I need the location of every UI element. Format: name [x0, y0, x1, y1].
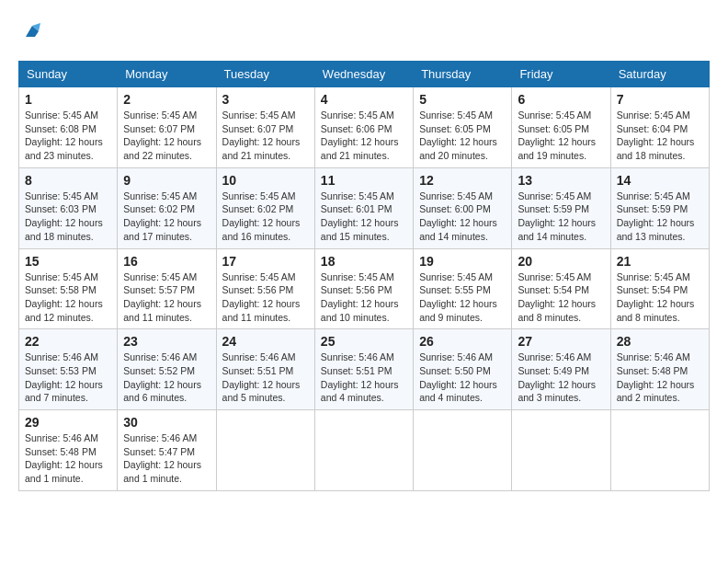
day-number: 19 [419, 254, 506, 269]
calendar-cell: 23 Sunrise: 5:46 AMSunset: 5:52 PMDaylig… [118, 329, 216, 410]
calendar-cell: 17 Sunrise: 5:45 AMSunset: 5:56 PMDaylig… [216, 248, 314, 329]
day-info: Sunrise: 5:45 AMSunset: 6:07 PMDaylight:… [123, 109, 210, 163]
logo [18, 18, 50, 46]
day-info: Sunrise: 5:45 AMSunset: 6:08 PMDaylight:… [25, 109, 111, 163]
calendar-cell: 24 Sunrise: 5:46 AMSunset: 5:51 PMDaylig… [216, 329, 314, 410]
day-number: 23 [123, 334, 210, 349]
day-number: 15 [25, 254, 111, 269]
calendar-cell [414, 410, 512, 491]
calendar-cell: 3 Sunrise: 5:45 AMSunset: 6:07 PMDayligh… [216, 87, 314, 168]
day-number: 13 [518, 173, 604, 188]
day-info: Sunrise: 5:46 AMSunset: 5:51 PMDaylight:… [222, 350, 309, 405]
day-info: Sunrise: 5:45 AMSunset: 6:02 PMDaylight:… [222, 190, 309, 244]
day-info: Sunrise: 5:46 AMSunset: 5:52 PMDaylight:… [123, 350, 210, 405]
day-number: 5 [419, 92, 506, 107]
day-info: Sunrise: 5:45 AMSunset: 5:56 PMDaylight:… [321, 270, 407, 325]
calendar-cell: 25 Sunrise: 5:46 AMSunset: 5:51 PMDaylig… [314, 329, 413, 410]
day-number: 8 [25, 173, 111, 188]
day-number: 17 [222, 254, 309, 269]
calendar-cell: 16 Sunrise: 5:45 AMSunset: 5:57 PMDaylig… [118, 248, 216, 329]
day-info: Sunrise: 5:46 AMSunset: 5:53 PMDaylight:… [25, 350, 111, 405]
day-info: Sunrise: 5:45 AMSunset: 6:01 PMDaylight:… [321, 190, 407, 244]
day-number: 9 [123, 173, 210, 188]
calendar-cell: 12 Sunrise: 5:45 AMSunset: 6:00 PMDaylig… [414, 167, 512, 248]
day-info: Sunrise: 5:45 AMSunset: 6:05 PMDaylight:… [419, 109, 506, 163]
day-info: Sunrise: 5:45 AMSunset: 5:54 PMDaylight:… [518, 270, 604, 325]
calendar-header-wednesday: Wednesday [314, 62, 413, 87]
calendar-week-2: 8 Sunrise: 5:45 AMSunset: 6:03 PMDayligh… [19, 167, 710, 248]
day-number: 16 [123, 254, 210, 269]
calendar-cell: 19 Sunrise: 5:45 AMSunset: 5:55 PMDaylig… [414, 248, 512, 329]
day-info: Sunrise: 5:46 AMSunset: 5:48 PMDaylight:… [617, 350, 703, 405]
calendar-table: SundayMondayTuesdayWednesdayThursdayFrid… [18, 61, 710, 491]
calendar-header-monday: Monday [118, 62, 216, 87]
day-info: Sunrise: 5:45 AMSunset: 6:04 PMDaylight:… [617, 109, 703, 163]
calendar-cell: 14 Sunrise: 5:45 AMSunset: 5:59 PMDaylig… [610, 167, 709, 248]
day-info: Sunrise: 5:45 AMSunset: 5:55 PMDaylight:… [419, 270, 506, 325]
day-info: Sunrise: 5:45 AMSunset: 6:00 PMDaylight:… [419, 190, 506, 244]
logo-icon [18, 18, 46, 46]
calendar-week-5: 29 Sunrise: 5:46 AMSunset: 5:48 PMDaylig… [19, 410, 710, 491]
calendar-cell: 7 Sunrise: 5:45 AMSunset: 6:04 PMDayligh… [610, 87, 709, 168]
page-header [18, 18, 710, 46]
calendar-header-tuesday: Tuesday [216, 62, 314, 87]
day-number: 10 [222, 173, 309, 188]
calendar-cell: 13 Sunrise: 5:45 AMSunset: 5:59 PMDaylig… [512, 167, 610, 248]
calendar-header-row: SundayMondayTuesdayWednesdayThursdayFrid… [19, 62, 710, 87]
calendar-cell: 28 Sunrise: 5:46 AMSunset: 5:48 PMDaylig… [610, 329, 709, 410]
day-number: 26 [419, 334, 506, 349]
calendar-cell: 15 Sunrise: 5:45 AMSunset: 5:58 PMDaylig… [19, 248, 118, 329]
day-number: 30 [123, 415, 210, 430]
day-info: Sunrise: 5:45 AMSunset: 6:03 PMDaylight:… [25, 190, 111, 244]
day-number: 21 [617, 254, 703, 269]
day-number: 28 [617, 334, 703, 349]
calendar-cell: 30 Sunrise: 5:46 AMSunset: 5:47 PMDaylig… [118, 410, 216, 491]
day-number: 24 [222, 334, 309, 349]
calendar-cell [610, 410, 709, 491]
day-info: Sunrise: 5:45 AMSunset: 5:59 PMDaylight:… [617, 190, 703, 244]
day-info: Sunrise: 5:46 AMSunset: 5:51 PMDaylight:… [321, 350, 407, 405]
calendar-cell [314, 410, 413, 491]
day-info: Sunrise: 5:45 AMSunset: 5:54 PMDaylight:… [617, 270, 703, 325]
day-info: Sunrise: 5:46 AMSunset: 5:49 PMDaylight:… [518, 350, 604, 405]
calendar-header-thursday: Thursday [414, 62, 512, 87]
day-number: 6 [518, 92, 604, 107]
calendar-header-sunday: Sunday [19, 62, 118, 87]
day-number: 7 [617, 92, 703, 107]
day-number: 27 [518, 334, 604, 349]
calendar-cell [512, 410, 610, 491]
calendar-week-4: 22 Sunrise: 5:46 AMSunset: 5:53 PMDaylig… [19, 329, 710, 410]
day-number: 11 [321, 173, 407, 188]
calendar-cell: 22 Sunrise: 5:46 AMSunset: 5:53 PMDaylig… [19, 329, 118, 410]
calendar-header-saturday: Saturday [610, 62, 709, 87]
day-number: 20 [518, 254, 604, 269]
calendar-cell: 10 Sunrise: 5:45 AMSunset: 6:02 PMDaylig… [216, 167, 314, 248]
day-number: 25 [321, 334, 407, 349]
day-info: Sunrise: 5:45 AMSunset: 5:56 PMDaylight:… [222, 270, 309, 325]
calendar-cell: 20 Sunrise: 5:45 AMSunset: 5:54 PMDaylig… [512, 248, 610, 329]
calendar-header-friday: Friday [512, 62, 610, 87]
day-info: Sunrise: 5:46 AMSunset: 5:47 PMDaylight:… [123, 431, 210, 486]
day-number: 22 [25, 334, 111, 349]
calendar-cell [216, 410, 314, 491]
calendar-cell: 9 Sunrise: 5:45 AMSunset: 6:02 PMDayligh… [118, 167, 216, 248]
calendar-cell: 18 Sunrise: 5:45 AMSunset: 5:56 PMDaylig… [314, 248, 413, 329]
calendar-cell: 27 Sunrise: 5:46 AMSunset: 5:49 PMDaylig… [512, 329, 610, 410]
day-info: Sunrise: 5:45 AMSunset: 5:57 PMDaylight:… [123, 270, 210, 325]
calendar-cell: 11 Sunrise: 5:45 AMSunset: 6:01 PMDaylig… [314, 167, 413, 248]
day-number: 3 [222, 92, 309, 107]
calendar-cell: 8 Sunrise: 5:45 AMSunset: 6:03 PMDayligh… [19, 167, 118, 248]
calendar-cell: 5 Sunrise: 5:45 AMSunset: 6:05 PMDayligh… [414, 87, 512, 168]
day-info: Sunrise: 5:46 AMSunset: 5:48 PMDaylight:… [25, 431, 111, 486]
day-number: 12 [419, 173, 506, 188]
day-info: Sunrise: 5:45 AMSunset: 5:58 PMDaylight:… [25, 270, 111, 325]
calendar-week-1: 1 Sunrise: 5:45 AMSunset: 6:08 PMDayligh… [19, 87, 710, 168]
day-info: Sunrise: 5:46 AMSunset: 5:50 PMDaylight:… [419, 350, 506, 405]
calendar-cell: 21 Sunrise: 5:45 AMSunset: 5:54 PMDaylig… [610, 248, 709, 329]
day-info: Sunrise: 5:45 AMSunset: 6:06 PMDaylight:… [321, 109, 407, 163]
day-number: 29 [25, 415, 111, 430]
day-info: Sunrise: 5:45 AMSunset: 6:02 PMDaylight:… [123, 190, 210, 244]
calendar-cell: 29 Sunrise: 5:46 AMSunset: 5:48 PMDaylig… [19, 410, 118, 491]
day-number: 1 [25, 92, 111, 107]
calendar-cell: 4 Sunrise: 5:45 AMSunset: 6:06 PMDayligh… [314, 87, 413, 168]
